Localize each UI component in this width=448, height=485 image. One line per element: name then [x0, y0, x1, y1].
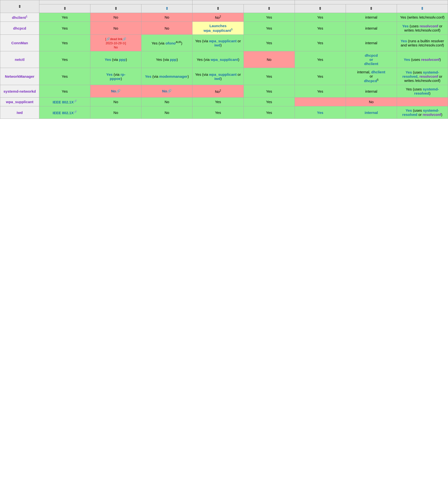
- dns-cell: Yes (uses systemd-resolved, resolvconf o…: [397, 68, 448, 85]
- wpa12-cell: Launcheswpa_supplicant3: [192, 22, 244, 35]
- dns-cell: [397, 98, 448, 106]
- ethernet-cell: Yes: [39, 35, 90, 51]
- pppoe-cell: Yes (via ppp): [90, 51, 141, 68]
- wpa12-cell: Yes (via wpa_supplicant or iwd): [192, 68, 244, 85]
- pppoe-cell: No: [90, 98, 141, 106]
- pppoe-header: ⇕: [90, 4, 141, 13]
- mobile-cell: No🔗: [141, 85, 192, 98]
- dhcp-client-header: ⇕: [346, 4, 397, 13]
- static-ip-header: ⇕: [295, 4, 346, 13]
- wpa3-cell: Yes: [244, 68, 295, 85]
- software-cell: iwd: [0, 106, 39, 119]
- ethernet-cell: Yes: [39, 68, 90, 85]
- dns-cell: Yes (uses systemd-resolved or resolvconf…: [397, 106, 448, 119]
- software-cell: ConnMan: [0, 35, 39, 51]
- static-ip-cell: Yes: [295, 85, 346, 98]
- dhcp-client-cell: internal: [346, 13, 397, 22]
- ethernet-cell: Yes: [39, 51, 90, 68]
- mobile-header: ⇕: [141, 4, 192, 13]
- ethernet-cell: Yes: [39, 22, 90, 35]
- wpa3-cell: Yes: [244, 85, 295, 98]
- dhcp-client-cell: internal: [346, 85, 397, 98]
- static-ip-cell: Yes: [295, 35, 346, 51]
- wpa12-cell: Yes (via wpa_supplicant): [192, 51, 244, 68]
- wpa12-header: ⇕: [192, 4, 244, 13]
- mobile-cell: No: [141, 22, 192, 35]
- static-ip-cell: Yes: [295, 68, 346, 85]
- mobile-cell: Yes (via modemmanager): [141, 68, 192, 85]
- software-cell: dhcpcd: [0, 22, 39, 35]
- ethernet-header: ⇕: [39, 4, 90, 13]
- static-ip-cell: Yes: [295, 22, 346, 35]
- wpa3-cell: Yes: [244, 22, 295, 35]
- ethernet-cell: Yes: [39, 85, 90, 98]
- dhcp-client-cell: dhcpcdordhclient: [346, 51, 397, 68]
- ethernet-cell: IEEE 802.1X🔗: [39, 106, 90, 119]
- static-ip-cell: [295, 98, 346, 106]
- wpa12-cell: Yes: [192, 106, 244, 119]
- ethernet-cell: IEEE 802.1X🔗: [39, 98, 90, 106]
- dhcp-client-cell: No: [346, 98, 397, 106]
- static-ip-cell: Yes: [295, 51, 346, 68]
- dhcp-client-cell: internal: [346, 35, 397, 51]
- wpa3-header: ⇕: [244, 4, 295, 13]
- dns-header: ⇕: [397, 4, 448, 13]
- static-ip-cell: Yes: [295, 106, 346, 119]
- pppoe-cell: No🔗: [90, 85, 141, 98]
- wpa3-cell: Yes: [244, 98, 295, 106]
- wpa12-cell: Yes: [192, 98, 244, 106]
- static-ip-cell: Yes: [295, 13, 346, 22]
- dns-cell: Yes (writes /etc/resolv.conf): [397, 13, 448, 22]
- wireless-auth-header: [192, 0, 295, 4]
- pppoe-cell: Yes (via rp-pppoe): [90, 68, 141, 85]
- software-cell: dhclient1: [0, 13, 39, 22]
- wpa3-cell: Yes: [244, 13, 295, 22]
- dhcp-client-cell: internal, dhclientordhcpcd5: [346, 68, 397, 85]
- mobile-cell: Yes (via ppp): [141, 51, 192, 68]
- ip-management-header: [295, 0, 448, 4]
- mobile-cell: No: [141, 106, 192, 119]
- pppoe-cell: [🔗dead link🔗2023-10-29 ⊙]No: [90, 35, 141, 51]
- pppoe-cell: No: [90, 13, 141, 22]
- wpa12-cell: Yes (via wpa_supplicant or iwd): [192, 35, 244, 51]
- wpa3-cell: Yes: [244, 35, 295, 51]
- software-cell: netctl: [0, 51, 39, 68]
- pppoe-cell: No: [90, 106, 141, 119]
- dns-cell: Yes (uses systemd-resolved): [397, 85, 448, 98]
- dns-cell: Yes (uses resolvconf or writes /etc/reso…: [397, 22, 448, 35]
- dns-cell: Yes (uses resolvconf): [397, 51, 448, 68]
- pppoe-cell: No: [90, 22, 141, 35]
- mobile-cell: No: [141, 13, 192, 22]
- wpa3-cell: Yes: [244, 106, 295, 119]
- wpa12-cell: No2: [192, 85, 244, 98]
- dns-cell: Yes (runs a builtin resolver and writes …: [397, 35, 448, 51]
- mobile-cell: No: [141, 98, 192, 106]
- dhcp-client-cell: internal: [346, 106, 397, 119]
- wpa12-cell: No2: [192, 13, 244, 22]
- ethernet-cell: Yes: [39, 13, 90, 22]
- software-cell: wpa_supplicant: [0, 98, 39, 106]
- software-cell: NetworkManager: [0, 68, 39, 85]
- connection-type-header: [39, 0, 192, 4]
- dhcp-client-cell: internal: [346, 22, 397, 35]
- software-cell: systemd-networkd: [0, 85, 39, 98]
- wpa3-cell: No: [244, 51, 295, 68]
- mobile-cell: Yes (via ofonoAUR): [141, 35, 192, 51]
- software-header: ⇕: [0, 0, 39, 13]
